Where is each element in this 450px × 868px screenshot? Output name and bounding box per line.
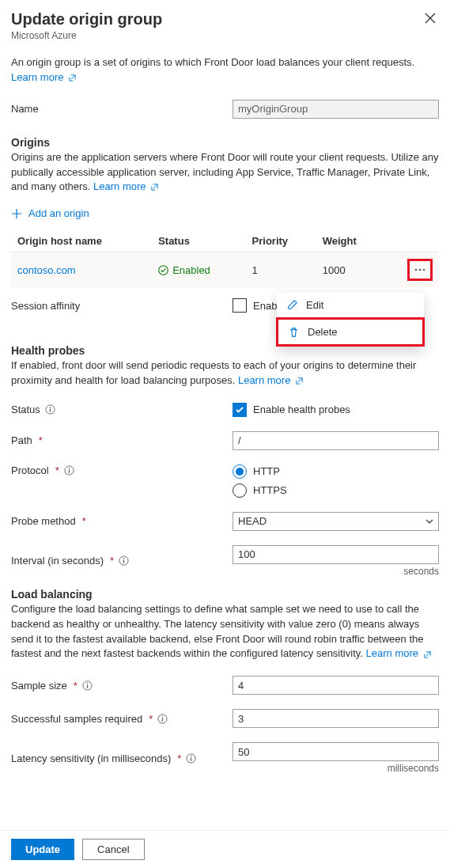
sample-size-label: Sample size (11, 680, 67, 692)
info-icon[interactable] (45, 404, 55, 415)
interval-unit: seconds (233, 566, 439, 577)
cancel-button[interactable]: Cancel (82, 839, 144, 860)
plus-icon (11, 208, 22, 219)
info-icon[interactable] (119, 555, 129, 566)
external-link-icon (295, 377, 304, 385)
check-circle-icon (158, 265, 168, 275)
weight-value: 1000 (316, 252, 384, 288)
health-status-label: Status (11, 404, 40, 415)
sample-size-input[interactable] (233, 676, 439, 695)
svg-rect-15 (87, 684, 88, 688)
svg-point-17 (162, 716, 164, 718)
svg-point-14 (87, 683, 89, 684)
svg-rect-9 (69, 469, 70, 472)
checkbox-checked-icon (233, 403, 247, 417)
svg-rect-12 (123, 560, 124, 563)
origins-table-header: Origin host name Status Priority Weight (11, 230, 439, 252)
protocol-label: Protocol (11, 464, 49, 476)
col-priority: Priority (246, 230, 316, 252)
delete-icon (288, 326, 300, 338)
close-icon (425, 13, 436, 24)
protocol-https-label: HTTPS (253, 484, 287, 496)
lb-section-desc: Configure the load balancing settings to… (11, 603, 424, 660)
intro-learn-more-label: Learn more (11, 71, 63, 83)
lb-section-title: Load balancing (11, 588, 439, 601)
path-input[interactable] (233, 431, 439, 450)
svg-rect-18 (162, 718, 163, 721)
checkbox-icon (233, 298, 247, 313)
origins-section-title: Origins (11, 136, 439, 149)
close-button[interactable] (422, 9, 439, 30)
svg-point-1 (415, 269, 418, 271)
page-subtitle: Microsoft Azure (11, 30, 162, 41)
latency-unit: milliseconds (233, 763, 439, 774)
update-button[interactable]: Update (11, 839, 74, 860)
origins-section-desc: Origins are the application servers wher… (11, 151, 438, 193)
info-icon[interactable] (157, 714, 168, 724)
ellipsis-icon (414, 263, 426, 276)
footer: Update Cancel (0, 830, 450, 868)
lb-learn-more-label: Learn more (366, 647, 418, 659)
status-badge: Enabled (158, 264, 239, 276)
svg-point-3 (423, 269, 425, 271)
svg-point-2 (419, 269, 422, 271)
enable-health-probes-label: Enable health probes (253, 404, 350, 415)
protocol-http-label: HTTP (253, 465, 280, 477)
svg-rect-6 (50, 409, 51, 412)
col-status: Status (152, 230, 245, 252)
intro-learn-more-link[interactable]: Learn more (11, 71, 77, 83)
priority-value: 1 (246, 252, 316, 288)
menu-edit-label: Edit (306, 299, 323, 311)
svg-rect-21 (191, 757, 191, 760)
origins-learn-more-link[interactable]: Learn more (93, 180, 159, 192)
info-icon[interactable] (64, 465, 74, 476)
info-icon[interactable] (82, 680, 93, 691)
probe-method-label: Probe method (11, 515, 76, 527)
row-context-menu: Edit Delete (277, 293, 424, 347)
menu-delete-label: Delete (308, 326, 338, 338)
menu-delete[interactable]: Delete (278, 320, 422, 344)
add-origin-label: Add an origin (28, 207, 89, 219)
edit-icon (286, 299, 298, 311)
page-title: Update origin group (11, 9, 162, 28)
origins-learn-more-label: Learn more (93, 180, 146, 192)
origin-host-link[interactable]: contoso.com (17, 264, 76, 276)
svg-point-8 (68, 468, 70, 469)
menu-edit[interactable]: Edit (277, 293, 424, 317)
info-icon[interactable] (186, 753, 196, 764)
health-learn-more-label: Learn more (238, 374, 290, 386)
svg-point-5 (50, 407, 51, 408)
col-weight: Weight (316, 230, 384, 252)
health-learn-more-link[interactable]: Learn more (238, 374, 304, 386)
path-label: Path (11, 434, 32, 446)
protocol-https-radio[interactable]: HTTPS (233, 483, 439, 498)
svg-point-20 (191, 756, 192, 757)
row-actions-button[interactable] (410, 262, 429, 278)
successful-samples-label: Successful samples required (11, 713, 142, 725)
successful-samples-input[interactable] (233, 709, 439, 728)
latency-input[interactable] (233, 742, 439, 761)
interval-label: Interval (in seconds) (11, 555, 104, 567)
latency-label: Latency sensitivity (in milliseconds) (11, 752, 171, 764)
protocol-http-radio[interactable]: HTTP (233, 464, 439, 479)
lb-learn-more-link[interactable]: Learn more (366, 647, 432, 659)
add-origin-button[interactable]: Add an origin (11, 207, 439, 219)
radio-icon (233, 483, 247, 498)
name-label: Name (11, 103, 233, 115)
col-host: Origin host name (11, 230, 152, 252)
session-affinity-label: Session affinity (11, 300, 233, 312)
external-link-icon (150, 183, 159, 191)
external-link-icon (68, 74, 77, 82)
external-link-icon (423, 650, 432, 659)
probe-method-select[interactable]: HEAD (233, 512, 439, 531)
svg-point-11 (123, 558, 125, 559)
name-input (233, 100, 439, 119)
interval-input[interactable] (233, 545, 439, 564)
svg-point-0 (159, 265, 168, 275)
status-text: Enabled (172, 264, 210, 276)
table-row: contoso.com Enabled 1 1000 (11, 252, 439, 288)
health-section-desc: If enabled, front door will send periodi… (11, 359, 416, 386)
intro-text: An origin group is a set of origins to w… (11, 56, 414, 68)
radio-checked-icon (233, 464, 247, 479)
enable-health-probes-checkbox[interactable]: Enable health probes (233, 403, 439, 417)
